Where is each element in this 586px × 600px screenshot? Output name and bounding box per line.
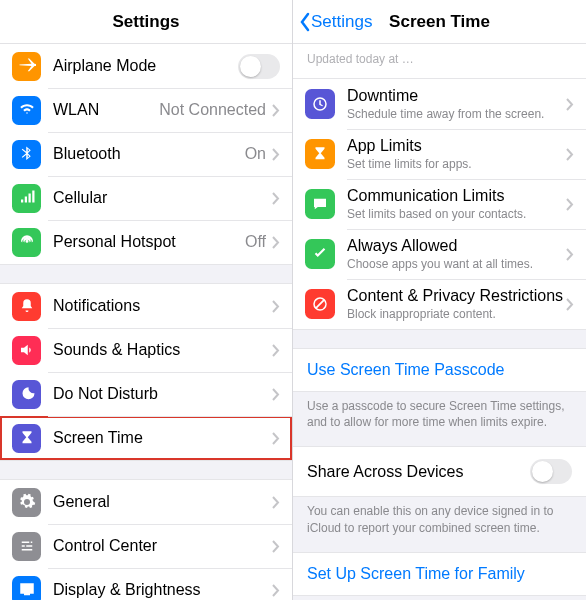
option-content-privacy-restrictions[interactable]: Content & Privacy RestrictionsBlock inap… (293, 279, 586, 329)
option-label: Content & Privacy Restrictions (347, 286, 566, 305)
share-row[interactable]: Share Across Devices (293, 447, 586, 496)
row-label: Display & Brightness (53, 580, 272, 599)
row-control-center[interactable]: Control Center (0, 524, 292, 568)
moon-icon (12, 380, 41, 409)
airplane-icon (12, 52, 41, 81)
cellular-icon (12, 184, 41, 213)
screentime-panel: Settings Screen Time Updated today at …D… (293, 0, 586, 600)
row-label: Sounds & Haptics (53, 340, 272, 359)
option-communication-limits[interactable]: Communication LimitsSet limits based on … (293, 179, 586, 229)
chevron-right-icon (272, 496, 280, 509)
chat-icon (305, 189, 335, 219)
family-desc: Set up Family Sharing to use Screen Time… (293, 596, 586, 600)
sliders-icon (12, 532, 41, 561)
option-sub: Block inappropriate content. (347, 307, 566, 322)
row-display-brightness[interactable]: Display & Brightness (0, 568, 292, 600)
display-icon (12, 576, 41, 601)
row-value: Off (245, 233, 266, 251)
row-label: Notifications (53, 296, 272, 315)
option-sub: Set time limits for apps. (347, 157, 566, 172)
bluetooth-icon (12, 140, 41, 169)
option-label: App Limits (347, 136, 566, 155)
chevron-right-icon (566, 148, 574, 161)
row-general[interactable]: General (0, 480, 292, 524)
chevron-right-icon (566, 248, 574, 261)
row-airplane-mode[interactable]: Airplane Mode (0, 44, 292, 88)
row-personal-hotspot[interactable]: Personal HotspotOff (0, 220, 292, 264)
option-sub: Schedule time away from the screen. (347, 107, 566, 122)
settings-panel: Settings Airplane ModeWLANNot ConnectedB… (0, 0, 293, 600)
chevron-right-icon (272, 236, 280, 249)
option-label: Downtime (347, 86, 566, 105)
clock-icon (305, 89, 335, 119)
hotspot-icon (12, 228, 41, 257)
chevron-right-icon (566, 98, 574, 111)
row-label: Cellular (53, 188, 272, 207)
option-label: Always Allowed (347, 236, 566, 255)
option-sub: Set limits based on your contacts. (347, 207, 566, 222)
updated-text: Updated today at … (293, 44, 586, 79)
hourglass-icon (305, 139, 335, 169)
row-bluetooth[interactable]: BluetoothOn (0, 132, 292, 176)
chevron-right-icon (272, 192, 280, 205)
option-downtime[interactable]: DowntimeSchedule time away from the scre… (293, 79, 586, 129)
option-always-allowed[interactable]: Always AllowedChoose apps you want at al… (293, 229, 586, 279)
use-passcode-link[interactable]: Use Screen Time Passcode (293, 349, 586, 391)
chevron-right-icon (272, 344, 280, 357)
gear-icon (12, 488, 41, 517)
row-label: Control Center (53, 536, 272, 555)
row-sounds-haptics[interactable]: Sounds & Haptics (0, 328, 292, 372)
settings-header: Settings (0, 0, 292, 44)
option-app-limits[interactable]: App LimitsSet time limits for apps. (293, 129, 586, 179)
toggle[interactable] (238, 54, 280, 79)
row-value: Not Connected (159, 101, 266, 119)
row-notifications[interactable]: Notifications (0, 284, 292, 328)
row-label: WLAN (53, 100, 159, 119)
back-label: Settings (311, 12, 372, 32)
chevron-right-icon (566, 298, 574, 311)
screentime-title: Screen Time (389, 12, 490, 32)
chevron-right-icon (272, 300, 280, 313)
option-sub: Choose apps you want at all times. (347, 257, 566, 272)
row-wlan[interactable]: WLANNot Connected (0, 88, 292, 132)
hourglass-icon (12, 424, 41, 453)
speaker-icon (12, 336, 41, 365)
chevron-right-icon (272, 432, 280, 445)
row-label: General (53, 492, 272, 511)
row-value: On (245, 145, 266, 163)
family-link[interactable]: Set Up Screen Time for Family (293, 553, 586, 595)
option-label: Communication Limits (347, 186, 566, 205)
share-label: Share Across Devices (307, 463, 530, 481)
bell-icon (12, 292, 41, 321)
share-toggle[interactable] (530, 459, 572, 484)
row-label: Airplane Mode (53, 56, 238, 75)
passcode-desc: Use a passcode to secure Screen Time set… (293, 392, 586, 440)
row-label: Screen Time (53, 428, 272, 447)
screentime-header: Settings Screen Time (293, 0, 586, 44)
check-icon (305, 239, 335, 269)
row-label: Bluetooth (53, 144, 245, 163)
back-button[interactable]: Settings (299, 0, 372, 44)
share-desc: You can enable this on any device signed… (293, 497, 586, 545)
wifi-icon (12, 96, 41, 125)
chevron-right-icon (272, 388, 280, 401)
row-label: Personal Hotspot (53, 232, 245, 251)
chevron-right-icon (272, 104, 280, 117)
chevron-right-icon (272, 584, 280, 597)
row-cellular[interactable]: Cellular (0, 176, 292, 220)
chevron-right-icon (272, 148, 280, 161)
settings-title: Settings (112, 12, 179, 32)
row-do-not-disturb[interactable]: Do Not Disturb (0, 372, 292, 416)
row-screen-time[interactable]: Screen Time (0, 416, 292, 460)
chevron-left-icon (299, 12, 311, 32)
row-label: Do Not Disturb (53, 384, 272, 403)
chevron-right-icon (272, 540, 280, 553)
chevron-right-icon (566, 198, 574, 211)
block-icon (305, 289, 335, 319)
